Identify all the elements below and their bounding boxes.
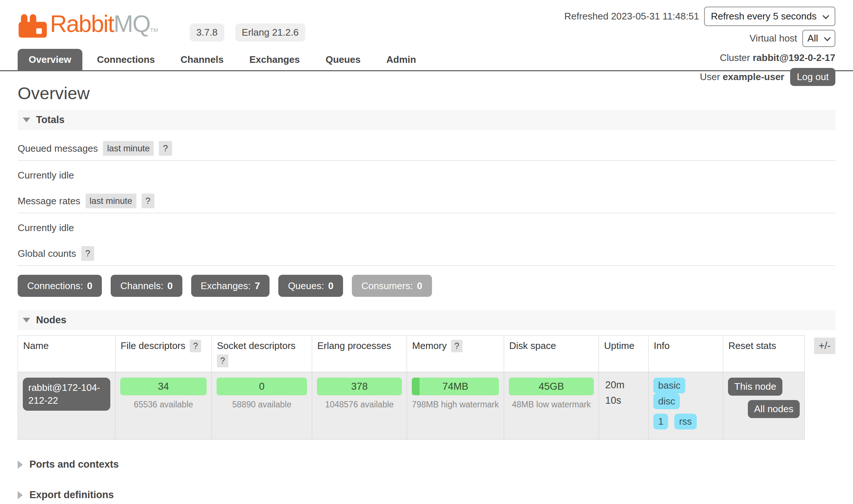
queued-messages-status: Currently idle [18,161,835,188]
queued-messages-label: Queued messages [18,143,98,154]
totals-section-header[interactable]: Totals [18,110,835,130]
totals-title: Totals [36,114,65,126]
cluster-name: rabbit@192-0-2-17 [753,52,835,63]
expand-arrow-icon [18,461,23,469]
global-counts-label: Global counts [18,248,76,259]
col-reset-stats: Reset stats [723,336,805,372]
column-toggle-button[interactable]: +/- [814,338,835,354]
col-socket-descriptors: Socket descriptors? [212,336,312,372]
global-counts-header: Global counts ? [18,240,835,266]
reset-stats-cell: This node All nodes [723,372,805,440]
info-cell: basic disc 1 rss [649,372,723,440]
tab-overview[interactable]: Overview [18,49,82,70]
col-disk-space: Disk space [504,336,599,372]
memory-watermark: 798MB high watermark [412,400,499,410]
channels-count-button[interactable]: Channels:0 [111,275,182,297]
tab-admin[interactable]: Admin [375,49,427,70]
help-icon[interactable]: ? [190,340,201,352]
logout-button[interactable]: Log out [790,68,835,86]
memory-cell: 74MB 798MB high watermark [407,372,504,440]
collapse-arrow-icon [23,318,30,323]
tab-channels[interactable]: Channels [169,49,235,70]
ports-and-contexts-section[interactable]: Ports and contexts [18,459,835,470]
memory-bar: 74MB [412,378,499,395]
message-rates-status: Currently idle [18,213,835,240]
help-icon[interactable]: ? [159,141,172,156]
file-descriptors-available: 65536 available [120,400,207,410]
help-icon[interactable]: ? [81,246,94,261]
page-title: Overview [18,83,835,103]
queues-count-button[interactable]: Queues:0 [278,275,343,297]
chevron-down-icon [824,35,831,41]
nodes-header-row: Name File descriptors? Socket descriptor… [18,336,805,372]
col-info: Info [649,336,723,372]
info-badge-disc: disc [653,393,680,409]
disk-space-bar: 45GB [509,378,594,395]
node-row: rabbit@172-104-212-22 34 65536 available… [18,372,805,440]
consumers-count-button[interactable]: Consumers:0 [352,275,432,297]
connections-count-button[interactable]: Connections:0 [18,275,102,297]
help-icon[interactable]: ? [142,194,154,208]
reset-all-nodes-button[interactable]: All nodes [748,400,800,418]
nodes-table-wrap: Name File descriptors? Socket descriptor… [18,335,835,440]
erlang-version-badge: Erlang 21.2.6 [235,24,306,42]
file-descriptors-cell: 34 65536 available [115,372,212,440]
export-definitions-section[interactable]: Export definitions [18,489,835,501]
collapse-arrow-icon [23,118,30,122]
erlang-processes-cell: 378 1048576 available [312,372,407,440]
message-rates-header: Message rates last minute ? [18,188,835,213]
nodes-title: Nodes [36,314,67,326]
col-memory: Memory? [407,336,504,372]
col-name: Name [18,336,115,372]
rabbitmq-version-badge: 3.7.8 [190,24,224,42]
help-icon[interactable]: ? [451,340,463,352]
socket-descriptors-bar: 0 [217,378,307,395]
queued-messages-range-badge[interactable]: last minute [103,141,154,156]
exchanges-count-button[interactable]: Exchanges:7 [191,275,270,297]
uptime-cell: 20m 10s [599,372,649,440]
chevron-down-icon [822,12,829,19]
reset-this-node-button[interactable]: This node [728,378,782,396]
node-name-link[interactable]: rabbit@172-104-212-22 [23,378,110,411]
disk-space-cell: 45GB 48MB low watermark [504,372,599,440]
col-file-descriptors: File descriptors? [115,336,212,372]
refreshed-timestamp: Refreshed 2023-05-31 11:48:51 [564,11,699,22]
virtual-host-label: Virtual host [750,33,797,44]
help-icon[interactable]: ? [217,354,228,367]
uptime-line2: 10s [605,393,643,408]
disk-watermark: 48MB low watermark [509,400,594,410]
node-name-cell: rabbit@172-104-212-22 [18,372,115,440]
refresh-interval-value: Refresh every 5 seconds [711,11,817,22]
expand-arrow-icon [18,491,23,499]
socket-descriptors-available: 58890 available [217,400,307,410]
rabbitmq-logo-text[interactable]: RabbitMQTM [50,11,158,43]
file-descriptors-bar: 34 [120,378,207,395]
memory-used-fill [412,378,420,395]
info-badge-basic: basic [653,378,685,393]
refresh-interval-select[interactable]: Refresh every 5 seconds [704,7,835,26]
col-uptime: Uptime [599,336,649,372]
info-badge-count: 1 [653,414,668,429]
socket-descriptors-cell: 0 58890 available [212,372,312,440]
nodes-section-header[interactable]: Nodes [18,310,835,330]
erlang-processes-available: 1048576 available [317,400,402,410]
col-erlang-processes: Erlang processes [312,336,407,372]
virtual-host-select[interactable]: All [802,30,835,47]
tab-queues[interactable]: Queues [314,49,371,70]
global-counts-row: Connections:0 Channels:0 Exchanges:7 Que… [18,275,835,297]
header: RabbitMQTM 3.7.8 Erlang 21.2.6 Refreshed… [0,0,853,50]
queued-messages-header: Queued messages last minute ? [18,135,835,161]
virtual-host-value: All [807,33,818,44]
message-rates-range-badge[interactable]: last minute [86,194,136,208]
nodes-table: Name File descriptors? Socket descriptor… [18,335,805,440]
user-name: example-user [723,71,785,83]
info-badge-rss: rss [674,414,697,429]
rabbitmq-logo-icon [18,14,48,43]
user-label: User [700,71,720,83]
cluster-info: Cluster rabbit@192-0-2-17 [564,52,835,64]
tab-exchanges[interactable]: Exchanges [238,49,311,70]
erlang-processes-bar: 378 [317,378,402,395]
message-rates-label: Message rates [18,195,81,207]
tab-connections[interactable]: Connections [86,49,166,70]
uptime-line1: 20m [605,378,643,393]
